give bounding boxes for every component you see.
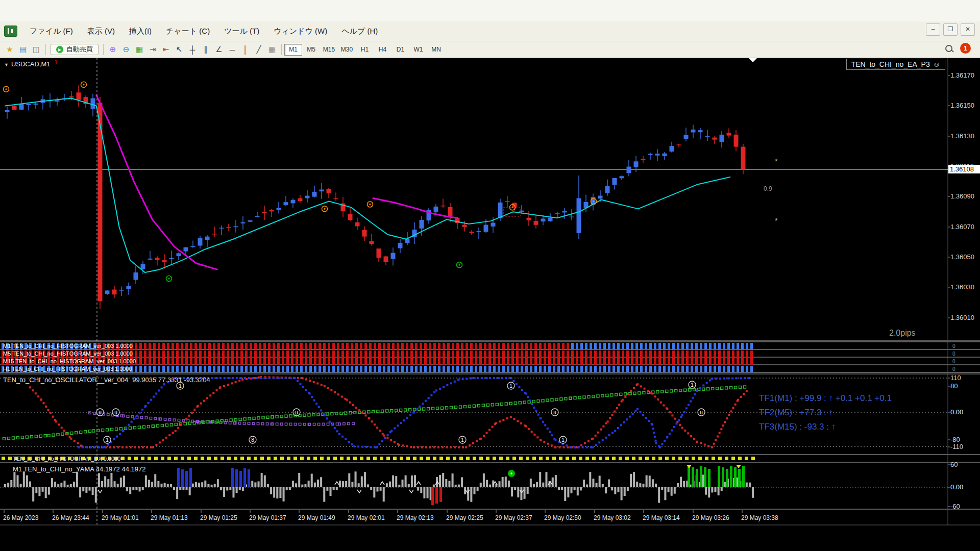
crosshair-icon[interactable]: ┼ (186, 43, 199, 56)
svg-text:u: u (700, 410, 703, 415)
chart-shift-icon[interactable]: ⇤ (159, 43, 173, 56)
ea-smiley-icon: ☺ (933, 60, 940, 68)
menu-item-5[interactable]: ウィンドウ (W) (266, 23, 334, 39)
timeframe-buttons: M1M5M15M30H1H4D1W1MN (284, 44, 445, 56)
angle-tool-icon[interactable]: ∠ (212, 43, 226, 56)
svg-text:1: 1 (509, 383, 512, 389)
window-controls: – ❐ ✕ (926, 23, 975, 36)
oscillator-label: TEN_to_CHI_no_OSCILLATOR__ver_00499.9035… (3, 376, 210, 384)
menu-item-4[interactable]: ツール (T) (217, 23, 266, 39)
svg-text:1: 1 (691, 382, 694, 388)
alert-count: 1 (55, 59, 58, 65)
svg-text:1: 1 (561, 437, 565, 443)
minimize-button[interactable]: – (926, 23, 940, 36)
time-axis-label: 29 May 01:13 (151, 514, 188, 521)
ea-label[interactable]: TEN_to_CHI_no_EA_P3☺ (846, 59, 945, 70)
menu-item-2[interactable]: 挿入(I) (122, 23, 159, 39)
star-annotation: * (775, 157, 777, 165)
svg-text:u: u (114, 410, 117, 415)
menu-item-6[interactable]: ヘルプ (H) (334, 23, 385, 39)
svg-text:1: 1 (106, 437, 109, 443)
autotrade-button[interactable]: ▶ 自動売買 (51, 44, 99, 55)
toolbar-left-icons: ★▤◫ (3, 43, 43, 56)
value-annotation: 0.9 (764, 185, 772, 192)
mt4-window: { "window": {"controls": ["–", "❐", "✕"]… (0, 0, 980, 551)
svg-text:u: u (99, 410, 102, 415)
yama-label: M1 TEN_to_CHI_no_YAMA 44.1972 44.1972 (13, 465, 145, 473)
market-watch-icon[interactable]: ◫ (30, 43, 43, 56)
toolbar-mid-icons: ⊕⊖▦⇥⇤↖┼∥∠─│╱▦ (106, 43, 279, 56)
tline-icon[interactable]: ╱ (252, 43, 265, 56)
profiles-icon[interactable]: ▤ (16, 43, 30, 56)
time-axis-label: 29 May 02:50 (544, 514, 581, 521)
menu-item-0[interactable]: ファイル (F) (22, 23, 80, 39)
time-axis-label: 26 May 2023 (3, 514, 38, 521)
chart-canvas: 1111811uuuuu (0, 0, 980, 551)
timeframe-button-M30[interactable]: M30 (338, 44, 356, 56)
tile-windows-icon[interactable]: ▦ (133, 43, 146, 56)
price-axis-label: 1.36010 (950, 314, 974, 321)
vline-icon[interactable]: │ (239, 43, 252, 56)
timeframe-button-MN[interactable]: MN (427, 44, 445, 56)
app-logo-icon (4, 26, 17, 37)
timeframe-button-D1[interactable]: D1 (391, 44, 409, 56)
oscillator-scale-label: 110 (950, 374, 961, 382)
timeframe-button-M1[interactable]: M1 (284, 44, 302, 56)
toolbar: ★▤◫ ▶ 自動売買 ⊕⊖▦⇥⇤↖┼∥∠─│╱▦ M1M5M15M30H1H4D… (0, 41, 980, 58)
timeframe-button-H1[interactable]: H1 (356, 44, 374, 56)
time-axis-label: 29 May 03:38 (741, 514, 778, 521)
svg-text:8: 8 (251, 437, 254, 443)
timeframe-button-H4[interactable]: H4 (374, 44, 391, 56)
chevron-down-icon[interactable]: ▼ (4, 62, 9, 67)
oscillator-scale-label: 80 (950, 382, 958, 390)
price-axis-label: 1.36170 (950, 71, 974, 79)
notification-badge[interactable]: 1 (960, 43, 971, 54)
timeframe-button-M5[interactable]: M5 (302, 44, 320, 56)
oscillator-values: 99.9035 77.3331 -93.3204 (132, 376, 210, 384)
yama-scale-label: 0.00 (950, 483, 963, 491)
yama-scale-label: 60 (950, 461, 958, 468)
close-button[interactable]: ✕ (961, 23, 975, 36)
histogram-right-value: 0 (952, 366, 955, 372)
histogram-right-value: 0 (952, 359, 955, 364)
zoom-out-icon[interactable]: ⊖ (119, 43, 133, 56)
zoom-in-icon[interactable]: ⊕ (106, 43, 119, 56)
trendline-icon[interactable]: ∥ (199, 43, 212, 56)
menu-items: ファイル (F)表示 (V)挿入(I)チャート (C)ツール (T)ウィンドウ … (22, 23, 385, 39)
restore-button[interactable]: ❐ (943, 23, 958, 36)
auto-scroll-icon[interactable]: ⇥ (146, 43, 159, 56)
time-axis-label: 26 May 23:44 (52, 514, 89, 521)
timeframe-button-M15[interactable]: M15 (320, 44, 338, 56)
yama-scale-label: -60 (950, 503, 960, 510)
time-axis-label: 29 May 02:01 (348, 514, 385, 521)
oscillator-scale-label: -80 (950, 436, 960, 443)
tf-status-line-3: TF3(M15) : -93.3 : ↑ (759, 422, 836, 432)
time-axis-label: 29 May 02:37 (495, 514, 532, 521)
cursor-icon[interactable]: ↖ (173, 43, 186, 56)
time-axis-label: 29 May 01:25 (200, 514, 237, 521)
dx-histogram-label: TEN_to_CHI_no_HISTOGRAM_DX 0.0000 (13, 456, 120, 462)
histogram-right-value: 0 (952, 343, 955, 349)
autotrade-play-icon: ▶ (56, 46, 63, 53)
histogram-row-label-3: H1 TEN_to_CHI_no_HISTOGRAM_ver_003 1.000… (3, 365, 132, 373)
new-order-icon[interactable]: ★ (3, 43, 16, 56)
timeframe-button-W1[interactable]: W1 (409, 44, 427, 56)
autotrade-label: 自動売買 (66, 45, 93, 54)
time-axis-label: 29 May 02:13 (397, 514, 434, 521)
menu-item-1[interactable]: 表示 (V) (80, 23, 122, 39)
time-axis-label: 29 May 02:25 (446, 514, 483, 521)
histogram-row-label-1: M5 TEN_to_CHI_no_HISTOGRAM_ver_003 1.000… (3, 350, 133, 358)
tf-status-line-2: TF2(M5) : +77.3 : ↑ (759, 408, 833, 418)
time-axis-label: 29 May 03:14 (643, 514, 680, 521)
search-icon[interactable] (945, 45, 953, 53)
svg-text:1: 1 (461, 437, 464, 443)
svg-text:1: 1 (179, 383, 182, 389)
hline-icon[interactable]: ─ (226, 43, 239, 56)
svg-text:u: u (295, 410, 298, 415)
price-axis-label: 1.36150 (950, 102, 974, 109)
shapes-icon[interactable]: ▦ (265, 43, 279, 56)
price-axis-label: 1.36090 (950, 192, 974, 200)
menu-item-3[interactable]: チャート (C) (159, 23, 217, 39)
price-axis-label: 1.36030 (950, 283, 974, 291)
time-axis-label: 29 May 03:02 (594, 514, 631, 521)
